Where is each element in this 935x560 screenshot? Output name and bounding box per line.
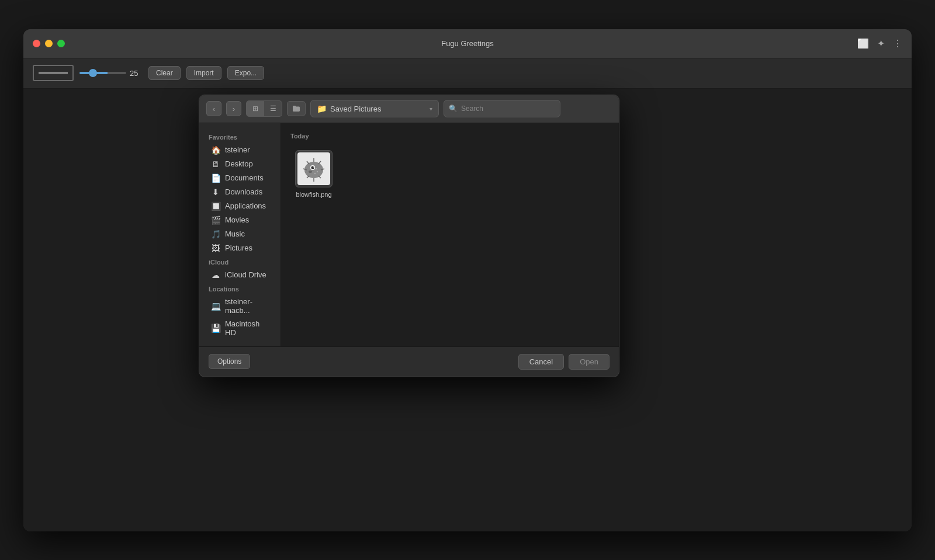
movies-icon: 🎬 (211, 215, 220, 225)
sidebar-item-label: Macintosh HD (225, 319, 269, 337)
documents-icon: 📄 (211, 173, 220, 183)
sidebar-item-movies[interactable]: 🎬 Movies (202, 213, 278, 227)
sidebar-item-music[interactable]: 🎵 Music (202, 227, 278, 241)
svg-point-13 (309, 171, 312, 173)
list-view-button[interactable]: ☰ (264, 101, 282, 116)
icon-view-button[interactable]: ⊞ (247, 101, 264, 116)
back-button[interactable]: ‹ (206, 101, 221, 116)
search-bar: 🔍 (444, 100, 560, 117)
more-options-icon[interactable]: ⋮ (893, 38, 902, 49)
slider-container: 25 (79, 69, 143, 78)
home-icon: 🏠 (211, 145, 220, 155)
file-area: Today (281, 123, 619, 346)
sidebar-item-applications[interactable]: 🔲 Applications (202, 199, 278, 213)
location-folder-icon: 📁 (317, 104, 327, 113)
sidebar: Favorites 🏠 tsteiner 🖥 Desktop 📄 Documen… (199, 123, 281, 346)
hard-drive-icon: 💾 (211, 324, 220, 333)
icloud-icon: ☁ (211, 270, 220, 280)
cancel-button[interactable]: Cancel (518, 354, 564, 370)
location-name: Saved Pictures (330, 105, 426, 113)
sidebar-item-tsteiner[interactable]: 🏠 tsteiner (202, 143, 278, 157)
search-input[interactable] (461, 105, 555, 113)
applications-icon: 🔲 (211, 201, 220, 211)
svg-point-14 (316, 168, 317, 169)
laptop-icon: 💻 (211, 301, 220, 311)
slider-value: 25 (130, 69, 143, 78)
favorites-label: Favorites (199, 130, 280, 143)
toolbar: 25 Clear Import Expo... (23, 58, 912, 89)
import-button[interactable]: Import (186, 66, 221, 80)
sidebar-item-label: Desktop (225, 159, 253, 168)
file-item-blowfish[interactable]: blowfish.png (290, 147, 337, 201)
sidebar-item-label: tsteiner (225, 145, 250, 154)
file-grid: blowfish.png (290, 147, 610, 201)
mac-window: Fugu Greetings ⬜ ✦ ⋮ 25 Clear Import Exp… (23, 29, 912, 531)
close-button[interactable] (33, 40, 40, 47)
sidebar-item-icloud-drive[interactable]: ☁ iCloud Drive (202, 268, 278, 282)
brush-preview (33, 65, 74, 81)
svg-point-16 (314, 172, 316, 173)
window-title: Fugu Greetings (441, 39, 494, 48)
sidebar-item-label: Documents (225, 173, 264, 182)
options-button[interactable]: Options (209, 354, 250, 369)
sidebar-item-label: Movies (225, 215, 249, 224)
svg-point-12 (313, 166, 314, 168)
title-bar: Fugu Greetings ⬜ ✦ ⋮ (23, 29, 912, 58)
chevron-down-icon: ▾ (430, 106, 432, 112)
clear-button[interactable]: Clear (148, 66, 181, 80)
sidebar-item-pictures[interactable]: 🖼 Pictures (202, 241, 278, 255)
sidebar-item-label: Pictures (225, 244, 252, 252)
music-icon: 🎵 (211, 229, 220, 239)
locations-label: Locations (199, 282, 280, 295)
puzzle-icon[interactable]: ✦ (877, 38, 885, 49)
minimize-button[interactable] (45, 40, 53, 47)
dialog-body: Favorites 🏠 tsteiner 🖥 Desktop 📄 Documen… (199, 123, 619, 346)
search-icon: 🔍 (449, 105, 458, 113)
dialog-footer: Options Cancel Open (199, 346, 619, 377)
traffic-lights (33, 40, 65, 47)
sidebar-item-downloads[interactable]: ⬇ Downloads (202, 185, 278, 199)
file-name: blowfish.png (296, 191, 331, 198)
export-button[interactable]: Expo... (227, 66, 264, 80)
forward-button[interactable]: › (226, 101, 241, 116)
sidebar-item-label: iCloud Drive (225, 270, 266, 279)
file-thumbnail (295, 150, 333, 187)
document-icon[interactable]: ⬜ (857, 38, 869, 49)
section-today: Today (290, 133, 610, 140)
brush-size-slider[interactable] (79, 72, 126, 74)
sidebar-item-macbook[interactable]: 💻 tsteiner-macb... (202, 295, 278, 317)
file-open-dialog: ‹ › ⊞ ☰ 📁 Saved Pictures ▾ 🔍 (199, 95, 619, 377)
title-bar-icons: ⬜ ✦ ⋮ (857, 38, 902, 49)
sidebar-item-label: Music (225, 229, 245, 238)
desktop-icon: 🖥 (211, 159, 220, 169)
sidebar-item-documents[interactable]: 📄 Documents (202, 171, 278, 185)
sidebar-item-label: tsteiner-macb... (225, 297, 269, 315)
pictures-icon: 🖼 (211, 244, 220, 253)
location-dropdown[interactable]: 📁 Saved Pictures ▾ (310, 100, 439, 117)
view-toggle: ⊞ ☰ (246, 100, 282, 117)
downloads-icon: ⬇ (211, 187, 220, 197)
folder-action-button[interactable] (287, 101, 306, 116)
svg-point-11 (311, 166, 314, 169)
main-content: ‹ › ⊞ ☰ 📁 Saved Pictures ▾ 🔍 (23, 89, 912, 531)
sidebar-item-label: Downloads (225, 187, 262, 196)
svg-point-15 (317, 171, 318, 172)
sidebar-item-desktop[interactable]: 🖥 Desktop (202, 157, 278, 171)
maximize-button[interactable] (57, 40, 65, 47)
sidebar-item-label: Applications (225, 201, 266, 210)
icloud-label: iCloud (199, 255, 280, 268)
svg-point-1 (304, 162, 323, 178)
sidebar-item-macintosh-hd[interactable]: 💾 Macintosh HD (202, 317, 278, 339)
open-button[interactable]: Open (569, 354, 610, 370)
dialog-toolbar: ‹ › ⊞ ☰ 📁 Saved Pictures ▾ 🔍 (199, 95, 619, 123)
